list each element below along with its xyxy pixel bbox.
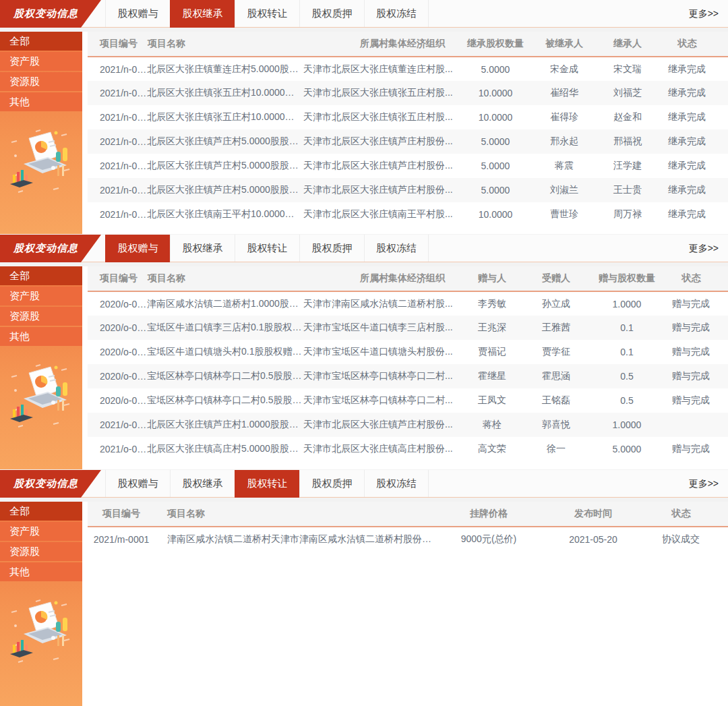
table-cell: 北辰区大张庄镇张五庄村10.0000股股权继... [147,105,303,129]
category-nav: 全部资产股资源股其他 [0,266,82,347]
tab-pledge[interactable]: 股权质押 [299,235,364,262]
sidebar-item-resource[interactable]: 资源股 [0,307,82,326]
table-cell: 崔得珍 [533,105,596,129]
tab-freeze[interactable]: 股权冻结 [364,235,429,262]
table-cell: 宋金成 [533,57,596,81]
sidebar-item-resource[interactable]: 资源股 [0,542,82,561]
table-row[interactable]: 2020/o-0002宝坻区林亭口镇林亭口二村0.5股股权赠与...天津市宝坻区… [88,364,728,388]
tab-pledge[interactable]: 股权质押 [299,0,364,27]
sidebar-item-other[interactable]: 其他 [0,92,82,111]
table-row[interactable]: 2020/o-0001宝坻区林亭口镇林亭口二村0.5股股权赠与...天津市宝坻区… [88,388,728,413]
table-cell: 0.1 [586,316,667,340]
panel-header-bar: 股权变动信息 股权赠与股权继承股权转让股权质押股权冻结 更多>> [0,235,728,262]
table-row[interactable]: 2021/n-0047北辰区大张庄镇张五庄村10.0000股股权继...天津市北… [88,105,728,129]
table-row[interactable]: 2021/n-0045北辰区大张庄镇芦庄村5.0000股股权继承...天津市北辰… [88,154,728,178]
tab-gift[interactable]: 股权赠与 [105,0,170,27]
category-sidebar: 全部资产股资源股其他 [0,502,82,706]
table-cell: 北辰区大张庄镇芦庄村5.0000股股权继承... [147,178,303,202]
table-cell: 王士贵 [596,178,659,202]
table-cell: 赠与完成 [667,388,728,413]
sidebar-item-resource[interactable]: 资源股 [0,72,82,91]
sidebar-item-asset[interactable]: 资产股 [0,522,82,541]
tab-transfer[interactable]: 股权转让 [235,0,299,27]
sidebar-item-other[interactable]: 其他 [0,562,82,581]
tab-gift[interactable]: 股权赠与 [105,470,170,497]
table-row[interactable]: 2020/o-0003宝坻区牛道口镇塘头村0.1股股权赠与项目天津市宝坻区牛道口… [88,340,728,364]
table-row[interactable]: 2021/n-0044北辰区大张庄镇芦庄村5.0000股股权继承...天津市北辰… [88,178,728,202]
finance-illustration [0,597,82,670]
table-area: 项目编号项目名称所属村集体经济组织赠与人受赠人赠与股权数量状态 2020/o-0… [82,266,728,469]
table-row[interactable]: 2021/o-0007北辰区大张庄镇芦庄村1.0000股股权赠与...天津市北辰… [88,413,728,437]
more-link[interactable]: 更多>> [689,470,719,498]
sidebar-item-all[interactable]: 全部 [0,266,82,285]
table-cell: 10.0000 [458,105,533,129]
column-header: 项目编号 [88,502,155,527]
table-cell: 贾学征 [526,340,586,364]
tab-inheritance[interactable]: 股权继承 [170,470,235,497]
category-sidebar: 全部资产股资源股其他 [0,266,82,469]
tab-transfer[interactable]: 股权转让 [235,470,299,498]
tab-gift[interactable]: 股权赠与 [105,235,170,262]
table-cell: 蒋栓 [458,413,526,437]
table-cell: 0.5 [586,388,667,413]
table-cell: 1.0000 [586,291,667,316]
panel-title: 股权变动信息 [13,7,78,20]
table-cell: 天津市宝坻区牛道口镇李三店村股... [303,316,458,340]
table-cell: 2021/m-0001 [88,527,155,551]
panel-body: 全部资产股资源股其他 [0,32,728,234]
table-cell: 天津市北辰区大张庄镇张五庄村股... [303,105,458,129]
table-body: 2020/o-0005津南区咸水沽镇二道桥村1.0000股股权赠...天津市津南… [88,291,728,461]
table-row[interactable]: 2021/o-0006北辰区大张庄镇高庄村5.0000股股权赠与...天津市北辰… [88,437,728,461]
tab-inheritance[interactable]: 股权继承 [170,235,235,262]
column-header: 项目名称 [155,502,438,527]
table-cell: 5.0000 [458,129,533,154]
table-cell: 王雅茜 [526,316,586,340]
table-cell: 2021-05-20 [539,527,647,551]
table-cell: 崔绍华 [533,81,596,105]
table-cell: 天津市宝坻区牛道口镇塘头村股份... [303,340,458,364]
table-row[interactable]: 2021/n-0051北辰区大张庄镇董连庄村5.0000股股权继...天津市北辰… [88,57,728,81]
table-cell: 天津市北辰区大张庄镇芦庄村股份... [303,154,458,178]
column-header: 所属村集体经济组织 [303,32,458,57]
tab-pledge[interactable]: 股权质押 [299,470,364,497]
more-link[interactable]: 更多>> [689,235,719,262]
table-row[interactable]: 2021/n-0046北辰区大张庄镇芦庄村5.0000股股权继承...天津市北辰… [88,129,728,154]
table-row[interactable]: 2021/n-0043北辰区大张庄镇南王平村10.0000股股权继...天津市北… [88,202,728,227]
page: 股权变动信息 股权赠与股权继承股权转让股权质押股权冻结 更多>> 全部资产股资源… [0,0,728,706]
sidebar-item-all[interactable]: 全部 [0,502,82,521]
table-cell: 2021/o-0006 [88,437,147,461]
sidebar-item-all[interactable]: 全部 [0,32,82,51]
more-link[interactable]: 更多>> [689,0,719,28]
tab-freeze[interactable]: 股权冻结 [364,470,429,497]
tab-inheritance[interactable]: 股权继承 [170,0,235,28]
tab-strip: 股权赠与股权继承股权转让股权质押股权冻结 [105,235,728,262]
table-cell: 高文荣 [458,437,526,461]
table-body: 2021/n-0051北辰区大张庄镇董连庄村5.0000股股权继...天津市北辰… [88,57,728,227]
tab-freeze[interactable]: 股权冻结 [364,0,429,27]
table-row[interactable]: 2020/o-0005津南区咸水沽镇二道桥村1.0000股股权赠...天津市津南… [88,291,728,316]
table-cell: 继承完成 [659,81,728,105]
table-cell: 协议成交 [647,527,728,551]
table-cell: 北辰区大张庄镇芦庄村5.0000股股权继承... [147,154,303,178]
sidebar-item-asset[interactable]: 资产股 [0,287,82,305]
table-cell: 宝坻区牛道口镇李三店村0.1股股权赠与项目 [147,316,303,340]
table-row[interactable]: 2021/m-0001津南区咸水沽镇二道桥村天津市津南区咸水沽镇二道桥村股份经.… [88,527,728,551]
table-row[interactable]: 2020/o-0004宝坻区牛道口镇李三店村0.1股股权赠与项目天津市宝坻区牛道… [88,316,728,340]
table-cell: 北辰区大张庄镇董连庄村5.0000股股权继... [147,57,303,81]
panel-title: 股权变动信息 [13,477,78,490]
column-header: 被继承人 [533,32,596,57]
sidebar-item-other[interactable]: 其他 [0,327,82,346]
panel-title-ribbon: 股权变动信息 [0,470,101,498]
column-header: 继承股权数量 [458,32,533,57]
sidebar-item-asset[interactable]: 资产股 [0,52,82,71]
table-cell: 北辰区大张庄镇张五庄村10.0000股股权继... [147,81,303,105]
tab-transfer[interactable]: 股权转让 [235,235,299,262]
column-header: 继承人 [596,32,659,57]
table-cell: 赠与完成 [667,340,728,364]
table-cell: 北辰区大张庄镇芦庄村1.0000股股权赠与... [147,413,303,437]
column-header: 状态 [647,502,728,527]
table-cell: 宝坻区牛道口镇塘头村0.1股股权赠与项目 [147,340,303,364]
table-row[interactable]: 2021/n-0049北辰区大张庄镇张五庄村10.0000股股权继...天津市北… [88,81,728,105]
table-cell: 继承完成 [659,57,728,81]
table-cell: 赠与完成 [667,316,728,340]
